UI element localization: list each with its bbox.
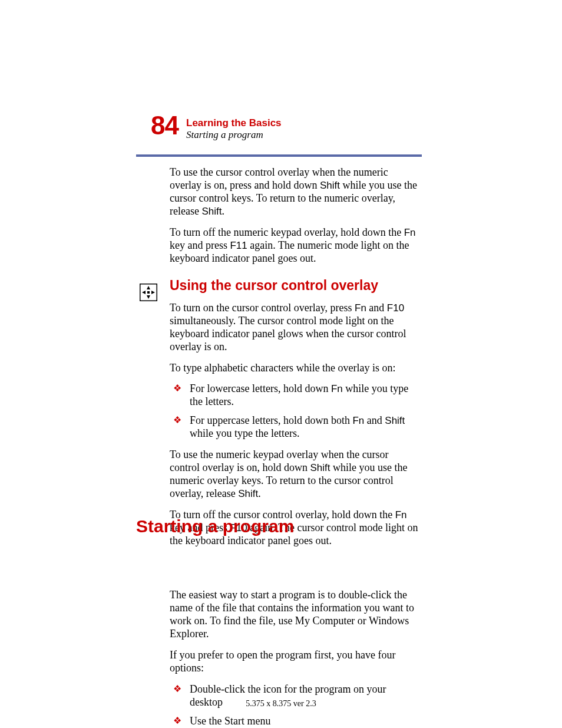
running-head-subtitle: Starting a program bbox=[186, 129, 263, 141]
list-item: For lowercase letters, hold down Fn whil… bbox=[170, 383, 421, 409]
list-item: For uppercase letters, hold down both Fn… bbox=[170, 414, 421, 440]
list-item: Use the Start menu bbox=[170, 715, 421, 728]
paragraph: To turn on the cursor control overlay, p… bbox=[170, 302, 421, 354]
heading-cursor-control-overlay: Using the cursor control overlay bbox=[170, 277, 421, 294]
page: 84 Learning the Basics Starting a progra… bbox=[0, 0, 562, 728]
key-fn: Fn bbox=[331, 383, 343, 394]
key-f10: F10 bbox=[387, 302, 404, 314]
svg-rect-5 bbox=[147, 291, 150, 294]
key-f11: F11 bbox=[230, 240, 247, 251]
key-shift: Shift bbox=[310, 462, 330, 473]
key-fn: Fn bbox=[355, 302, 366, 314]
key-fn: Fn bbox=[404, 227, 416, 238]
cursor-control-icon bbox=[140, 284, 157, 301]
heading-starting-a-program: Starting a program bbox=[136, 516, 294, 536]
paragraph: To use the numeric keypad overlay when t… bbox=[170, 449, 421, 500]
footer-version: 5.375 x 8.375 ver 2.3 bbox=[0, 699, 562, 709]
key-shift: Shift bbox=[201, 206, 222, 217]
key-shift: Shift bbox=[320, 180, 340, 191]
body-text: To use the cursor control overlay when t… bbox=[170, 166, 421, 728]
key-fn: Fn bbox=[352, 415, 364, 426]
key-shift: Shift bbox=[385, 415, 405, 426]
header-rule bbox=[136, 154, 422, 157]
chapter-title: Learning the Basics bbox=[186, 117, 282, 129]
paragraph: To turn off the numeric keypad overlay, … bbox=[170, 226, 421, 265]
paragraph: If you prefer to open the program first,… bbox=[170, 649, 421, 675]
paragraph: The easiest way to start a program is to… bbox=[170, 589, 421, 641]
paragraph: To type alphabetic characters while the … bbox=[170, 362, 421, 375]
bullet-list: For lowercase letters, hold down Fn whil… bbox=[170, 383, 421, 440]
key-fn: Fn bbox=[395, 509, 407, 521]
paragraph: To use the cursor control overlay when t… bbox=[170, 166, 421, 218]
key-shift: Shift bbox=[238, 488, 258, 499]
page-number: 84 bbox=[151, 111, 178, 140]
